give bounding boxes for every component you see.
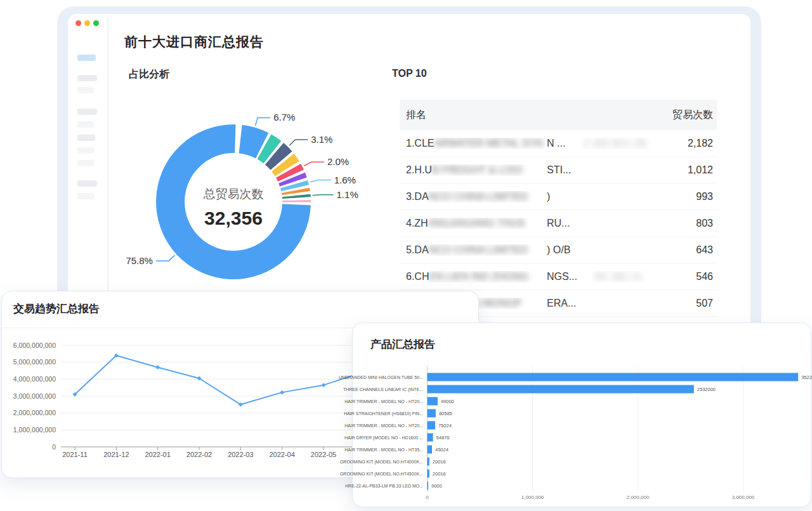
bar <box>428 421 435 430</box>
table-row: 3.DANCO CHINA LIMITED)993 <box>400 183 717 210</box>
x-axis-tick-label: 1,000,000 <box>521 494 544 500</box>
donut-section-title: 占比分析 <box>129 68 169 81</box>
bar <box>428 385 694 394</box>
donut-percent-label: 6.7% <box>273 112 295 123</box>
table-header: 排名 贸易次数 <box>400 100 717 130</box>
bar-value-label: 80585 <box>439 411 452 416</box>
donut-center-value: 32,356 <box>204 208 263 229</box>
importer-name-prefix: 1.CLE <box>406 138 434 149</box>
donut-percent-label: 2.0% <box>327 156 349 167</box>
donut-label-line <box>304 162 324 166</box>
trade-count-value: 546 <box>696 271 713 282</box>
y-axis-tick-label: 4,000,000,000 <box>13 375 56 383</box>
donut-label-line <box>313 195 334 196</box>
x-axis-tick-label: 2022-03 <box>228 451 253 458</box>
importer-name-suffix: NGS... <box>547 271 577 282</box>
category-label: GROOMING KIT (MODEL NO.HT4500K... <box>340 472 423 477</box>
table-row: 2.H.UB FREIGHT & LOGISTI...1,012 <box>400 157 717 183</box>
importer-name-prefix: 2.H.U <box>406 164 432 176</box>
importer-name-blurred: ANGJIAGANG THUS <box>428 218 547 229</box>
importer-name-prefix: 4.ZH <box>406 218 428 229</box>
page-title: 前十大进口商汇总报告 <box>124 33 264 51</box>
x-axis-tick-label: 2022-01 <box>145 451 170 458</box>
importer-name-prefix: 6.CH <box>406 271 429 282</box>
x-axis-tick-label: 2022-02 <box>187 451 212 458</box>
bar-value-label: 45024 <box>435 447 449 453</box>
sidebar-skeleton-bar <box>77 121 94 128</box>
sidebar-skeleton-bar <box>77 135 95 141</box>
bar <box>428 373 799 382</box>
importer-name-suffix: STI... <box>547 164 571 176</box>
x-axis-tick-label: 2021-11 <box>62 451 88 458</box>
importer-name-suffix: N ... <box>547 138 565 149</box>
data-point-marker <box>280 390 284 395</box>
trade-count-value: 803 <box>696 218 713 229</box>
sidebar-skeleton-bar <box>77 147 94 154</box>
category-label: THREE CHANNELS LINEAR IC (INTE... <box>343 387 423 392</box>
y-axis-tick-label: 3,000,000,000 <box>13 392 56 400</box>
trade-count-value: 643 <box>696 244 713 256</box>
donut-label-line <box>156 255 175 261</box>
bar-value-label: 20016 <box>433 471 446 477</box>
bar <box>428 446 432 454</box>
product-bar-chart: 01,000,0002,000,0003,000,000UNBRANDED MI… <box>353 323 812 508</box>
data-point-marker <box>322 383 326 387</box>
data-point-marker <box>155 365 160 369</box>
bar <box>428 397 438 406</box>
importer-name-prefix: 3.DA <box>406 191 429 202</box>
donut-slice <box>282 194 311 199</box>
sidebar-skeleton-bar <box>77 55 96 61</box>
category-label: HAIR TRIMMER - MODEL NO - HT35... <box>344 448 423 452</box>
bar <box>428 458 429 466</box>
importer-name-blurred: EN LIEN IND ZHONG <box>429 271 547 282</box>
x-axis-tick-label: 2022-04 <box>269 451 294 458</box>
importer-name-blurred: NCO CHINA LIMITED <box>429 191 547 202</box>
y-axis-tick-label: 1,000,000,000 <box>13 426 56 434</box>
bar-value-label: 3522000 <box>801 375 812 380</box>
y-axis-tick-label: 6,000,000,000 <box>13 342 56 349</box>
category-label: UNBRANDED MINI HALOGEN TUBE 50... <box>339 375 423 380</box>
bar-value-label: 9000 <box>431 483 442 489</box>
importer-name-suffix: ERA... <box>547 298 576 309</box>
trade-count-value: 1,012 <box>688 164 713 176</box>
donut-percent-label: 75.8% <box>126 255 153 266</box>
bar <box>428 434 433 442</box>
donut-percent-label: 1.1% <box>337 189 358 200</box>
x-axis-tick-label: 2021-12 <box>103 451 129 458</box>
category-label: HAIR TRIMMER - MODEL NO - HT20... <box>344 399 423 404</box>
donut-chart: 6.7%3.1%2.0%1.6%1.1%75.8%总贸易次数32,356 <box>119 100 373 291</box>
x-axis-tick-label: 0 <box>426 494 429 500</box>
trade-count-value: 507 <box>696 298 713 309</box>
top10-heading: TOP 10 <box>392 68 427 79</box>
y-axis-tick-label: 5,000,000,000 <box>13 358 56 366</box>
donut-label-line <box>289 140 308 145</box>
table-row: 6.CHEN LIEN IND ZHONGNGS...B2 1B2 21546 <box>400 263 717 290</box>
x-axis-tick-label: 3,000,000 <box>732 494 755 500</box>
product-report-panel: 产品汇总报告 01,000,0002,000,0003,000,000UNBRA… <box>352 322 811 507</box>
table-body: 1.CLEARWATER METAL SYNN ...2 1B2 B21 1B2… <box>400 130 717 317</box>
top10-table: 排名 贸易次数 1.CLEARWATER METAL SYNN ...2 1B2… <box>400 100 717 317</box>
bar-value-label: 20016 <box>433 459 446 465</box>
donut-label-line <box>310 180 331 182</box>
table-row: 5.DANCO CHINA LIMITED) O/B643 <box>400 237 717 263</box>
sidebar-skeleton-bar <box>77 160 94 166</box>
donut-label-line <box>256 117 271 125</box>
sidebar-skeleton-bar <box>77 109 97 115</box>
x-axis-tick-label: 2,000,000 <box>627 494 650 500</box>
table-row: 1.CLEARWATER METAL SYNN ...2 1B2 B21 1B2… <box>400 130 717 157</box>
bar-value-label: 2532000 <box>697 387 716 392</box>
donut-slice <box>282 200 311 202</box>
y-axis-tick-label: 0 <box>52 443 56 451</box>
importer-name-suffix: RU... <box>547 218 570 229</box>
importer-name-suffix: ) O/B <box>547 244 570 256</box>
category-label: HAIR STRAIGHTENER (HS6810) PIN... <box>344 411 423 416</box>
sidebar-skeleton-bar <box>77 193 94 199</box>
donut-percent-label: 1.6% <box>334 175 356 185</box>
category-label: HRE-22-AL-PB33-LM PB.33 LED MO... <box>345 484 423 488</box>
importer-name-blurred: ARWATER METAL SYN <box>434 138 547 149</box>
donut-percent-label: 3.1% <box>311 134 332 145</box>
bar-value-label: 99000 <box>441 399 454 404</box>
blurred-smudge: B2 1B2 21 <box>595 271 643 282</box>
donut-center-label: 总贸易次数 <box>203 187 264 201</box>
trade-count-value: 2,182 <box>688 138 713 149</box>
